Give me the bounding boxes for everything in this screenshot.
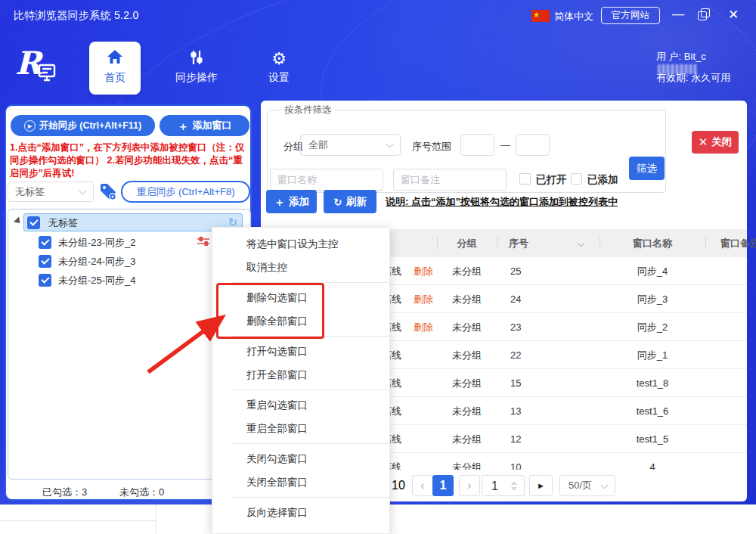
start-sync-button[interactable]: ▶ 开始同步 (Ctrl+Alt+F11) xyxy=(11,115,155,136)
header-note[interactable]: 窗口备注 xyxy=(720,229,756,257)
chevron-down-icon xyxy=(601,482,609,489)
delete-link[interactable]: 删除 xyxy=(414,313,433,341)
refresh-icon: ↻ xyxy=(333,196,342,208)
checked-count: 已勾选：3 xyxy=(42,486,87,499)
tag-select[interactable]: 无标签 xyxy=(8,182,94,202)
add-window-button[interactable]: ＋ 添加窗口 xyxy=(160,115,249,136)
range-start-input[interactable] xyxy=(460,134,494,156)
menu-item-invert-selection[interactable]: 反向选择窗口 xyxy=(212,501,389,524)
sync-sliders-icon xyxy=(197,236,209,250)
header-name[interactable]: 窗口名称 xyxy=(600,229,705,257)
filter-legend: 按条件筛选 xyxy=(281,104,335,116)
toolbar-hint: 说明: 点击“添加”按钮将勾选的窗口添加到被控列表中 xyxy=(386,195,618,209)
plus-icon: ＋ xyxy=(178,120,189,132)
range-end-input[interactable] xyxy=(516,134,550,156)
next-page-button[interactable]: › xyxy=(459,475,480,496)
refresh-button[interactable]: ↻刷新 xyxy=(324,190,376,213)
sort-chevron-icon[interactable] xyxy=(578,240,585,247)
menu-item-close-checked[interactable]: 关闭勾选窗口 xyxy=(212,447,389,470)
tree-root-label: 无标签 xyxy=(48,216,78,229)
tree-root-row[interactable]: 无标签 ↻ xyxy=(23,213,243,231)
page-go-button[interactable]: ► xyxy=(529,475,553,496)
opened-label: 已打开 xyxy=(536,173,567,187)
tab-sync-operations[interactable]: 同步操作 xyxy=(163,42,230,95)
stepper-icon[interactable] xyxy=(511,481,517,491)
tree-expand-icon[interactable] xyxy=(14,216,23,225)
pagination-total: 10 xyxy=(392,479,405,492)
menu-item-restart-all[interactable]: 重启全部窗口 xyxy=(212,417,389,440)
range-label: 序号范围 xyxy=(412,140,451,154)
window-note-input[interactable]: 窗口备注 xyxy=(393,169,507,191)
close-window-button[interactable]: ✕ xyxy=(722,5,745,26)
delete-link[interactable]: 删除 xyxy=(414,257,433,285)
instructions-text: 1.点击“添加窗口”，在下方列表中添加被控窗口（注：仅同步操作勾选的窗口） 2.… xyxy=(10,141,249,180)
app-logo: R xyxy=(12,42,60,92)
page-jump-input[interactable]: 1 xyxy=(482,475,525,496)
china-flag-icon: ★ xyxy=(531,10,550,22)
add-button[interactable]: ＋添加 xyxy=(266,190,317,213)
added-label: 已添加 xyxy=(587,173,618,187)
page-button[interactable]: 1 xyxy=(432,475,454,496)
page-size-select[interactable]: 50/页 xyxy=(559,475,615,496)
chevron-down-icon xyxy=(79,188,87,195)
app-window: 比特浏览器同步系统 5.2.0 ★ 简体中文 官方网站 — ✕ R 首页 xyxy=(0,0,756,534)
tab-home[interactable]: 首页 xyxy=(89,42,141,95)
window-name-input[interactable]: 窗口名称 xyxy=(270,169,383,191)
app-title: 比特浏览器同步系统 5.2.0 xyxy=(14,9,139,23)
annotation-arrow xyxy=(113,303,242,386)
header-group[interactable]: 分组 xyxy=(437,229,497,257)
opened-checkbox[interactable] xyxy=(519,173,531,185)
close-panel-button[interactable]: ✕关闭 xyxy=(692,131,739,154)
checkbox-checked[interactable] xyxy=(39,236,51,249)
menu-item-set-master[interactable]: 将选中窗口设为主控 xyxy=(212,232,389,256)
added-checkbox[interactable] xyxy=(571,173,582,185)
chevron-down-icon xyxy=(386,141,394,148)
titlebar: 比特浏览器同步系统 5.2.0 ★ 简体中文 官方网站 — ✕ xyxy=(0,0,756,30)
restore-button[interactable] xyxy=(698,8,711,22)
play-icon: ▶ xyxy=(24,120,36,132)
tab-settings[interactable]: ⚙ 设置 xyxy=(256,42,302,95)
checkbox-checked[interactable] xyxy=(39,274,51,287)
tab-settings-label: 设置 xyxy=(268,71,290,83)
tab-sync-label: 同步操作 xyxy=(175,71,218,83)
header-seq[interactable]: 序号 xyxy=(509,229,528,257)
gear-icon: ⚙ xyxy=(256,49,302,69)
filter-button[interactable]: 筛选 xyxy=(629,157,665,180)
sliders-icon xyxy=(163,49,230,69)
minimize-button[interactable]: — xyxy=(667,5,689,26)
x-icon: ✕ xyxy=(699,135,708,149)
official-website-button[interactable]: 官方网站 xyxy=(601,7,660,24)
group-select[interactable]: 全部 xyxy=(300,134,401,156)
unchecked-count: 未勾选：0 xyxy=(119,486,164,499)
range-dash: — xyxy=(500,139,510,151)
prev-page-button[interactable]: ‹ xyxy=(412,475,433,496)
menu-item-close-all[interactable]: 关闭全部窗口 xyxy=(212,470,389,494)
tag-settings-icon[interactable] xyxy=(98,182,118,204)
restart-sync-button[interactable]: 重启同步 (Ctrl+Alt+F8) xyxy=(121,181,250,203)
validity-label: 有效期: 永久可用 xyxy=(656,71,745,85)
checkbox-checked[interactable] xyxy=(27,216,40,229)
home-icon xyxy=(89,49,141,69)
checkbox-checked[interactable] xyxy=(39,255,51,268)
menu-item-cancel-master[interactable]: 取消主控 xyxy=(212,256,389,279)
tab-home-label: 首页 xyxy=(104,71,125,83)
menu-item-restart-checked[interactable]: 重启勾选窗口 xyxy=(212,393,389,417)
delete-link[interactable]: 删除 xyxy=(414,285,433,313)
language-label[interactable]: 简体中文 xyxy=(554,10,593,23)
plus-icon: ＋ xyxy=(274,196,285,207)
